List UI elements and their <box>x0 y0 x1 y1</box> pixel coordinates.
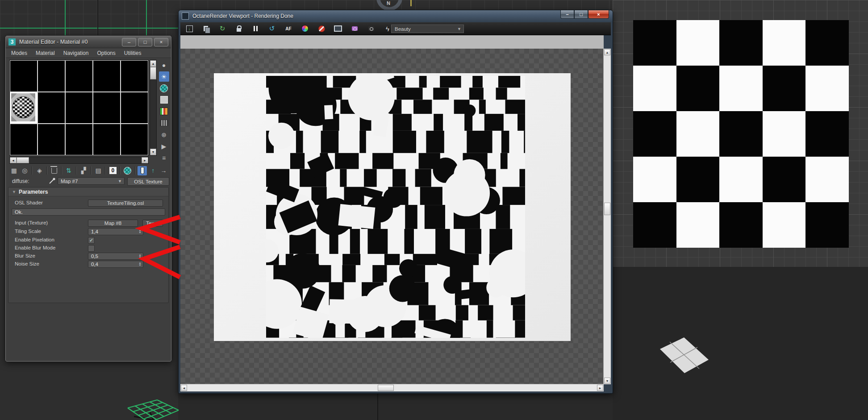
maximize-button[interactable]: □ <box>138 38 152 46</box>
scroll-thumb[interactable] <box>378 385 394 391</box>
sample-slot[interactable] <box>121 92 148 123</box>
video-color-check-icon[interactable] <box>159 106 169 116</box>
sample-slot[interactable] <box>38 61 65 91</box>
input-texture-type-dropdown[interactable]: Tex ▼ <box>142 220 163 227</box>
assign-to-selection-icon[interactable]: ◈ <box>35 166 44 175</box>
toolbar-separator <box>120 166 121 175</box>
blur-size-spinner[interactable]: 0,5 ▲▼ <box>88 253 143 260</box>
save-image-icon[interactable]: ↓ <box>185 25 193 33</box>
put-to-scene-icon[interactable]: ◎ <box>20 166 29 175</box>
render-region-icon[interactable] <box>317 25 326 33</box>
scroll-thumb[interactable] <box>604 203 610 215</box>
make-material-copy-icon[interactable]: ⇅ <box>64 166 74 175</box>
white-balance-picker-icon[interactable] <box>301 25 309 33</box>
spinner-arrows-icon[interactable]: ▲▼ <box>138 254 142 259</box>
close-button[interactable]: × <box>154 38 168 46</box>
make-unique-icon[interactable]: ▞ <box>79 166 88 175</box>
sample-slot[interactable] <box>93 61 120 91</box>
turbo-render-icon[interactable]: ϟ <box>384 25 392 33</box>
sample-slot-selected[interactable] <box>10 92 37 123</box>
menu-material[interactable]: Material <box>36 50 55 56</box>
scroll-up-button[interactable]: ▲ <box>604 49 610 55</box>
sample-slot[interactable] <box>66 61 92 91</box>
checker-sphere-preview <box>11 93 35 121</box>
noise-size-spinner[interactable]: 0,4 ▲▼ <box>88 261 143 268</box>
scroll-down-button[interactable]: ▼ <box>150 149 156 155</box>
material-id-channel-icon[interactable]: 0 <box>108 166 117 175</box>
options-icon[interactable]: ⊛ <box>159 129 169 140</box>
material-map-navigator-icon[interactable]: ≡ <box>159 153 169 163</box>
minimize-button[interactable]: – <box>560 10 574 19</box>
map-selector-dropdown[interactable]: Map #7 ▼ <box>58 177 125 185</box>
menu-options[interactable]: Options <box>97 50 115 56</box>
close-button[interactable]: × <box>588 10 609 19</box>
sample-slot[interactable] <box>10 124 37 155</box>
menu-navigation[interactable]: Navigation <box>63 50 89 56</box>
scroll-thumb[interactable] <box>150 67 156 79</box>
render-pass-dropdown[interactable]: Beauty ▼ <box>391 25 464 33</box>
go-to-parent-icon[interactable]: ↑ <box>148 166 158 175</box>
slots-vertical-scrollbar[interactable]: ▲ ▼ <box>150 60 157 156</box>
viewport-sync-icon[interactable] <box>334 25 342 33</box>
autofocus-picker-icon[interactable]: AF <box>284 25 292 33</box>
tiling-scale-spinner[interactable]: 1,4 ▲▼ <box>88 228 143 235</box>
show-map-in-viewport-icon[interactable] <box>123 166 132 175</box>
menu-utilities[interactable]: Utilities <box>124 50 142 56</box>
render-horizontal-scrollbar[interactable]: ◄ ► <box>180 384 604 391</box>
slots-horizontal-scrollbar[interactable]: ◄ ► <box>9 157 149 164</box>
sample-type-icon[interactable]: ● <box>159 60 169 70</box>
refresh-render-icon[interactable]: ↺ <box>268 25 276 33</box>
minimize-button[interactable]: – <box>122 38 136 46</box>
pause-render-icon[interactable] <box>251 25 259 33</box>
sample-uv-tiling-icon[interactable] <box>159 95 169 105</box>
show-end-result-icon[interactable] <box>138 166 147 175</box>
sample-slot[interactable] <box>38 124 65 155</box>
scroll-up-button[interactable]: ▲ <box>150 60 156 67</box>
material-sample-slots[interactable] <box>9 60 149 156</box>
osl-texture-button[interactable]: OSL Texture <box>127 177 169 186</box>
scroll-thumb[interactable] <box>17 157 29 163</box>
scroll-right-button[interactable]: ► <box>597 385 603 391</box>
menu-modes[interactable]: Modes <box>11 50 27 56</box>
go-forward-to-sibling-icon[interactable]: → <box>159 166 168 175</box>
input-texture-map-button[interactable]: Map #8 <box>88 220 138 227</box>
sample-slot[interactable] <box>121 124 148 155</box>
scroll-down-button[interactable]: ▼ <box>604 378 610 384</box>
sample-slot[interactable] <box>10 61 37 91</box>
render-vertical-scrollbar[interactable]: ▲ ▼ <box>603 49 611 384</box>
select-by-material-icon[interactable]: ▶ <box>159 141 169 151</box>
scroll-right-button[interactable]: ► <box>142 157 148 163</box>
spinner-arrows-icon[interactable]: ▲▼ <box>138 262 142 267</box>
spinner-arrows-icon[interactable]: ▲▼ <box>138 229 142 234</box>
sample-slot[interactable] <box>66 92 92 123</box>
reset-map-icon[interactable] <box>50 166 59 175</box>
restart-render-icon[interactable]: ↻ <box>218 25 226 33</box>
lock-icon[interactable] <box>235 25 243 33</box>
backlight-icon[interactable]: ☀ <box>159 71 169 82</box>
scroll-left-button[interactable]: ◄ <box>181 385 187 391</box>
osl-shader-file-button[interactable]: TextureTiling.osl <box>88 200 163 207</box>
put-to-library-icon[interactable]: ▤ <box>94 166 103 175</box>
copy-image-icon[interactable] <box>202 25 210 33</box>
enable-blur-mode-checkbox[interactable] <box>88 245 95 252</box>
octane-titlebar[interactable]: OctaneRender Viewport - Rendering Done <box>179 10 613 22</box>
camera-icon[interactable] <box>367 25 375 33</box>
get-material-icon[interactable]: ▦ <box>9 166 19 175</box>
eyedropper-icon[interactable] <box>49 177 56 184</box>
enable-pixelation-checkbox[interactable]: ✓ <box>88 237 95 244</box>
sample-slot[interactable] <box>38 92 65 123</box>
material-editor-titlebar[interactable]: 3 Material Editor - Material #0 – □ × <box>6 36 171 48</box>
render-passes-icon[interactable] <box>351 25 359 33</box>
sample-slot[interactable] <box>121 61 148 91</box>
scroll-left-button[interactable]: ◄ <box>10 157 17 163</box>
background-icon[interactable] <box>159 83 169 93</box>
sample-slot[interactable] <box>66 124 92 155</box>
maximize-button[interactable]: □ <box>574 10 588 19</box>
make-preview-icon[interactable] <box>159 118 169 128</box>
render-viewport-area[interactable] <box>180 49 604 384</box>
toolbar-separator <box>46 166 47 175</box>
sample-slot[interactable] <box>93 92 120 123</box>
parameters-rollout-header[interactable]: ▼ Parameters <box>8 187 168 196</box>
material-id-channel-icon-shape: 0 <box>109 167 117 174</box>
sample-slot[interactable] <box>93 124 120 155</box>
